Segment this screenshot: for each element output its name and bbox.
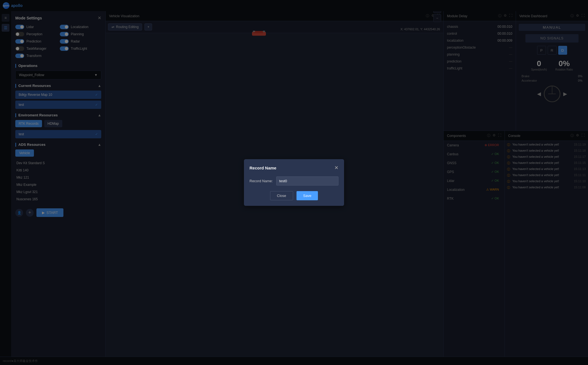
modal-close-btn[interactable]: ✕ bbox=[334, 165, 339, 171]
modal-buttons: Close Save bbox=[249, 191, 339, 200]
modal-header: Record Name ✕ bbox=[249, 165, 339, 171]
modal-title: Record Name bbox=[249, 166, 276, 170]
record-name-input[interactable] bbox=[276, 176, 339, 186]
modal-overlay: Record Name ✕ Record Name: Close Save bbox=[0, 0, 588, 365]
modal-cancel-btn[interactable]: Close bbox=[270, 191, 293, 200]
modal-label: Record Name: bbox=[249, 179, 273, 183]
record-name-modal: Record Name ✕ Record Name: Close Save bbox=[244, 159, 344, 206]
modal-field: Record Name: bbox=[249, 176, 339, 186]
modal-save-btn[interactable]: Save bbox=[297, 191, 318, 200]
